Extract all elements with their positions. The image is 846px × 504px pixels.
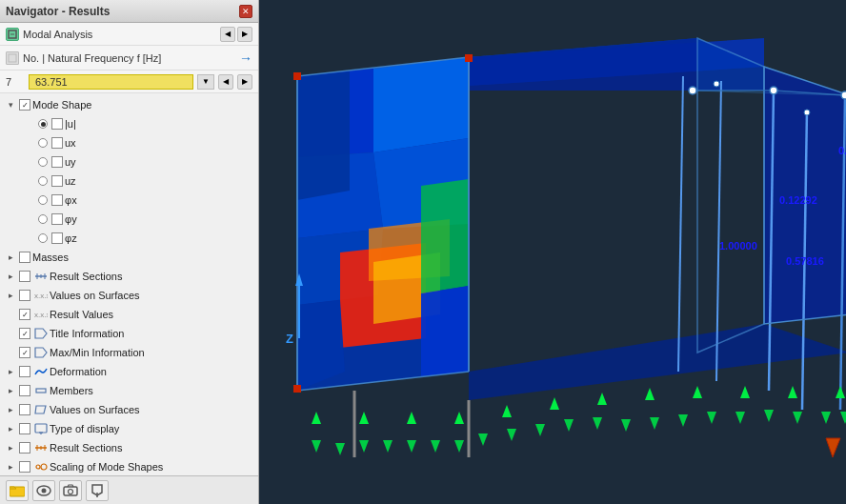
freq-column-label: No. | Natural Frequency f [Hz] [23, 52, 235, 64]
checkbox-uy[interactable] [51, 156, 63, 168]
tree-item-phiy[interactable]: φy [0, 210, 258, 229]
radio-uz[interactable] [38, 176, 48, 186]
radio-ux[interactable] [38, 138, 48, 148]
modal-icon [6, 28, 19, 41]
checkbox-result-sections-1[interactable] [19, 271, 30, 282]
tree-item-phix[interactable]: φx [0, 191, 258, 210]
svg-rect-9 [36, 389, 46, 393]
checkbox-phiz[interactable] [51, 232, 63, 244]
nav-next-button[interactable]: ▶ [237, 27, 252, 42]
item-icon-scaling-mode [34, 460, 48, 474]
bottom-toolbar [0, 475, 258, 504]
checkbox-scaling-mode[interactable] [19, 461, 30, 473]
item-icon-result-sections-2 [34, 441, 48, 454]
modal-nav-buttons: ◀ ▶ [220, 27, 252, 42]
tree-item-values-on-surfaces[interactable]: ▸x.x.xValues on Surfaces [0, 286, 258, 305]
item-icon-result-sections-1 [34, 270, 48, 283]
svg-marker-39 [421, 286, 469, 376]
item-label-u-abs: |u| [65, 118, 76, 130]
checkbox-result-sections-2[interactable] [19, 442, 30, 454]
checkbox-values-on-surfaces[interactable] [19, 290, 30, 301]
checkbox-type-of-display[interactable] [19, 423, 30, 434]
freq-header-icon [6, 51, 19, 65]
item-label-phiz: φz [65, 232, 77, 244]
item-label-values-on-surfaces: Values on Surfaces [50, 290, 140, 301]
radio-phiz[interactable] [38, 233, 48, 243]
item-label-phiy: φy [65, 213, 77, 225]
expand-icon-values-on-surfaces[interactable]: ▸ [4, 289, 17, 302]
tree-item-uz[interactable]: uz [0, 171, 258, 191]
tree-item-u-abs[interactable]: |u| [0, 114, 258, 133]
toolbar-pin-button[interactable] [86, 480, 109, 501]
item-label-scaling-mode: Scaling of Mode Shapes [50, 461, 163, 473]
expand-icon-deformation[interactable]: ▸ [4, 365, 17, 378]
radio-u-abs[interactable] [38, 119, 48, 129]
nav-prev-button[interactable]: ◀ [220, 27, 235, 42]
item-icon-title-info [34, 327, 48, 340]
svg-rect-102 [293, 72, 301, 80]
toolbar-eye-button[interactable] [32, 480, 55, 501]
freq-nav-prev[interactable]: ◀ [218, 74, 233, 90]
freq-dropdown-button[interactable]: ▼ [197, 74, 214, 90]
checkbox-phiy[interactable] [51, 213, 63, 225]
svg-rect-11 [35, 424, 47, 433]
checkbox-u-abs[interactable] [51, 118, 63, 130]
svg-point-57 [770, 87, 777, 94]
tree-item-result-sections-1[interactable]: ▸Result Sections [0, 267, 258, 286]
svg-text:x.x.x: x.x.x [34, 311, 48, 319]
tree-item-mode-shape[interactable]: ▾✓Mode Shape [0, 95, 258, 114]
tree-item-title-info[interactable]: ✓Title Information [0, 324, 258, 343]
radio-phiy[interactable] [38, 214, 48, 224]
expand-icon-result-sections-1[interactable]: ▸ [4, 270, 17, 283]
checkbox-members[interactable] [19, 385, 30, 396]
item-label-result-sections-1: Result Sections [50, 271, 122, 282]
checkbox-phix[interactable] [51, 194, 63, 206]
checkbox-deformation[interactable] [19, 366, 30, 377]
freq-value[interactable]: 63.751 [29, 74, 193, 90]
item-label-values-on-surfaces-2: Values on Surfaces [50, 404, 140, 415]
tree-item-ux[interactable]: ux [0, 133, 258, 152]
close-button[interactable]: ✕ [239, 5, 252, 18]
toolbar-camera-button[interactable] [59, 480, 82, 501]
radio-uy[interactable] [38, 157, 48, 167]
z-axis-label: Z [286, 332, 293, 346]
toolbar-folder-button[interactable] [6, 480, 29, 501]
tree-item-result-sections-2[interactable]: ▸Result Sections [0, 438, 258, 457]
freq-value-bar[interactable]: 7 63.751 ▼ ◀ ▶ [0, 71, 258, 93]
checkbox-mode-shape[interactable]: ✓ [19, 99, 30, 111]
tree-item-deformation[interactable]: ▸Deformation [0, 362, 258, 381]
freq-nav-next[interactable]: ▶ [237, 74, 252, 90]
tree-item-masses[interactable]: ▸Masses [0, 248, 258, 267]
radio-phix[interactable] [38, 195, 48, 205]
checkbox-ux[interactable] [51, 137, 63, 149]
tree-item-scaling-mode[interactable]: ▸Scaling of Mode Shapes [0, 457, 258, 475]
expand-icon-mode-shape[interactable]: ▾ [4, 98, 17, 111]
expand-icon-type-of-display[interactable]: ▸ [4, 422, 17, 435]
expand-icon-result-sections-2[interactable]: ▸ [4, 441, 17, 454]
freq-number: 7 [6, 76, 25, 88]
checkbox-result-values[interactable]: ✓ [19, 309, 30, 320]
checkbox-maxmin-info[interactable]: ✓ [19, 347, 30, 358]
checkbox-masses[interactable] [19, 252, 30, 263]
item-label-members: Members [50, 385, 93, 396]
panel-title-bar: Navigator - Results ✕ [0, 0, 258, 23]
tree-item-result-values[interactable]: ✓x.x.xResult Values [0, 305, 258, 324]
tree-item-phiz[interactable]: φz [0, 229, 258, 248]
tree-item-maxmin-info[interactable]: ✓Max/Min Information [0, 343, 258, 362]
expand-icon-masses[interactable]: ▸ [4, 251, 17, 264]
tree-item-values-on-surfaces-2[interactable]: ▸Values on Surfaces [0, 400, 258, 419]
item-label-result-sections-2: Result Sections [50, 442, 122, 454]
tree-item-type-of-display[interactable]: ▸Type of display [0, 419, 258, 438]
item-icon-result-values: x.x.x [34, 308, 48, 321]
checkbox-uz[interactable] [51, 175, 63, 187]
item-icon-values-on-surfaces: x.x.x [34, 289, 48, 302]
tree-item-uy[interactable]: uy [0, 152, 258, 171]
expand-icon-scaling-mode[interactable]: ▸ [4, 460, 17, 474]
checkbox-values-on-surfaces-2[interactable] [19, 404, 30, 415]
tree-item-members[interactable]: ▸Members [0, 381, 258, 400]
expand-icon-values-on-surfaces-2[interactable]: ▸ [4, 403, 17, 416]
item-icon-members [34, 384, 48, 397]
item-label-deformation: Deformation [50, 366, 107, 377]
expand-icon-members[interactable]: ▸ [4, 384, 17, 397]
checkbox-title-info[interactable]: ✓ [19, 328, 30, 339]
